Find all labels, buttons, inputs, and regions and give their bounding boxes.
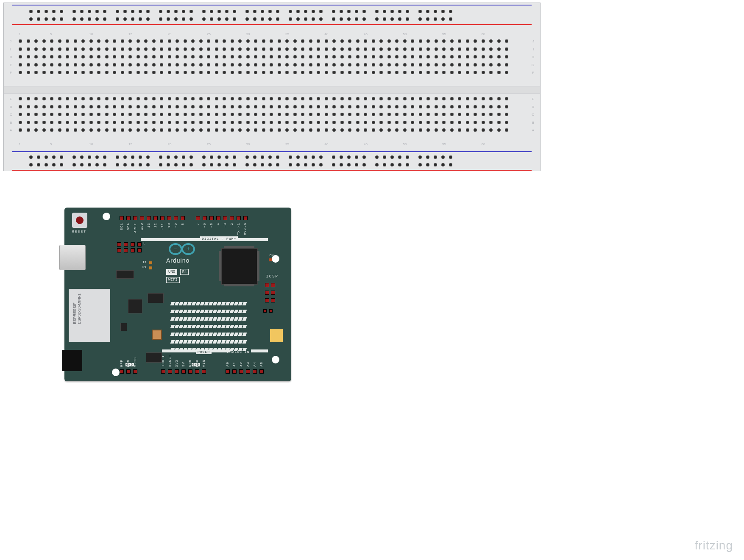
svg-text:50: 50 xyxy=(403,142,407,146)
header-power[interactable] xyxy=(161,369,209,374)
mcu-leads-t xyxy=(224,246,254,248)
fritzing-watermark: fritzing xyxy=(695,539,733,552)
svg-text:15: 15 xyxy=(128,142,132,146)
ic-3 xyxy=(148,293,164,303)
svg-text:20: 20 xyxy=(168,142,172,146)
icsp-header[interactable] xyxy=(264,282,279,303)
terminal-lower: EEDDCCBBAA xyxy=(4,97,540,139)
logo-minus: − xyxy=(174,245,177,252)
svg-text:55: 55 xyxy=(442,142,446,146)
barrel-jack[interactable] xyxy=(62,350,82,371)
esp32-module: ESPRESSIFESP32-S3-MINI-1 xyxy=(69,289,110,342)
reset-button[interactable] xyxy=(72,213,87,228)
esp-text2: ESP32-S3-MINI-1 xyxy=(77,294,81,324)
on-led xyxy=(269,258,272,261)
badge-r4: R4 xyxy=(180,269,189,275)
ic-4 xyxy=(120,323,127,331)
svg-text:40: 40 xyxy=(325,142,329,146)
qwiic-connector[interactable] xyxy=(270,329,283,342)
col-numbers-bottom: 151015202530354045505560 xyxy=(4,141,540,147)
rail-top-neg-line xyxy=(12,5,532,6)
badge-wifi: WIFI xyxy=(166,277,180,283)
header-digital-right[interactable] xyxy=(196,216,250,220)
svg-text:25: 25 xyxy=(207,142,211,146)
tx-label: TX xyxy=(142,260,147,264)
svg-text:35: 35 xyxy=(285,32,289,36)
mcu-leads-b xyxy=(224,284,254,286)
rail-bot-neg-line xyxy=(12,151,532,152)
mount-hole-bl xyxy=(112,369,120,376)
rx-label: RX xyxy=(142,265,147,269)
svg-text:55: 55 xyxy=(442,32,446,36)
logo-plus: + xyxy=(187,245,190,252)
svg-text:20: 20 xyxy=(168,32,172,36)
ic-2 xyxy=(128,299,142,313)
header-analog[interactable] xyxy=(226,369,266,374)
svg-text:15: 15 xyxy=(128,32,132,36)
rail-bot-row2 xyxy=(29,163,462,166)
aux-header-4x2[interactable] xyxy=(117,242,144,252)
mount-hole-br xyxy=(272,356,279,363)
on-label: ON xyxy=(269,253,273,257)
rail-bot-row1 xyxy=(29,155,462,159)
main-mcu-chip xyxy=(221,248,258,285)
dip-sw-1[interactable] xyxy=(263,309,267,313)
svg-text:45: 45 xyxy=(364,32,368,36)
mcu-leads-l xyxy=(219,251,221,281)
svg-text:60: 60 xyxy=(482,32,485,36)
rail-top-row2 xyxy=(29,17,462,21)
svg-text:1: 1 xyxy=(19,32,21,36)
svg-text:1: 1 xyxy=(19,142,21,146)
svg-text:30: 30 xyxy=(246,32,250,36)
svg-text:5: 5 xyxy=(50,142,52,146)
terminal-upper: JJIIHHGGFF xyxy=(4,39,540,82)
icsp-label: ICSP xyxy=(266,274,279,279)
svg-text:10: 10 xyxy=(89,32,93,36)
rail-bot-pos-line xyxy=(12,170,532,171)
terminal-upper-cols xyxy=(19,39,513,79)
svg-text:60: 60 xyxy=(482,142,485,146)
breadboard: 151015202530354045505560 JJIIHHGGFF EEDD… xyxy=(3,3,541,171)
svg-text:10: 10 xyxy=(89,142,93,146)
svg-text:40: 40 xyxy=(325,32,329,36)
usb-c-port[interactable] xyxy=(59,245,86,270)
center-channel xyxy=(4,86,540,94)
header-off-gnd-vrtc[interactable] xyxy=(120,369,140,374)
model-badges: UNO R4 WIFI xyxy=(166,267,189,283)
brand-text: Arduino xyxy=(166,257,189,264)
svg-text:50: 50 xyxy=(403,32,407,36)
svg-text:25: 25 xyxy=(207,32,211,36)
header-digital-left[interactable] xyxy=(120,216,187,220)
arduino-uno-r4-wifi: RESET SCLSDAAREFGND1312~11~10~98 7~6~54~… xyxy=(64,208,291,381)
gnd-highlight-badge: GND xyxy=(192,363,200,366)
svg-text:45: 45 xyxy=(364,142,368,146)
section-analog: ANALOG IN xyxy=(226,349,251,354)
esp-text1: ESPRESSIF xyxy=(72,303,77,324)
col-numbers-top: 151015202530354045505560 xyxy=(4,31,540,37)
led-matrix xyxy=(170,300,264,344)
silk-analog-bar xyxy=(251,349,268,352)
reset-label: RESET xyxy=(72,230,86,233)
terminal-lower-cols xyxy=(19,97,513,136)
mount-hole-tl xyxy=(103,213,110,220)
regulator xyxy=(146,352,162,363)
arduino-logo: − + xyxy=(169,243,195,257)
tx-led xyxy=(149,261,152,264)
rail-top-row1 xyxy=(29,10,462,13)
ic-1 xyxy=(116,270,134,279)
mcu-leads-r xyxy=(257,251,259,281)
rail-top-pos-line xyxy=(12,24,532,25)
svg-text:35: 35 xyxy=(285,142,289,146)
crystal xyxy=(152,330,162,340)
section-power: POWER xyxy=(196,349,212,354)
badge-uno: UNO xyxy=(166,269,177,275)
dip-sw-2[interactable] xyxy=(269,309,273,313)
gnd-offrow-badge: GND xyxy=(125,363,134,366)
section-digital: DIGITAL - PWM~ xyxy=(200,236,238,241)
svg-text:5: 5 xyxy=(50,32,52,36)
rx-led xyxy=(149,266,152,269)
svg-text:30: 30 xyxy=(246,142,250,146)
